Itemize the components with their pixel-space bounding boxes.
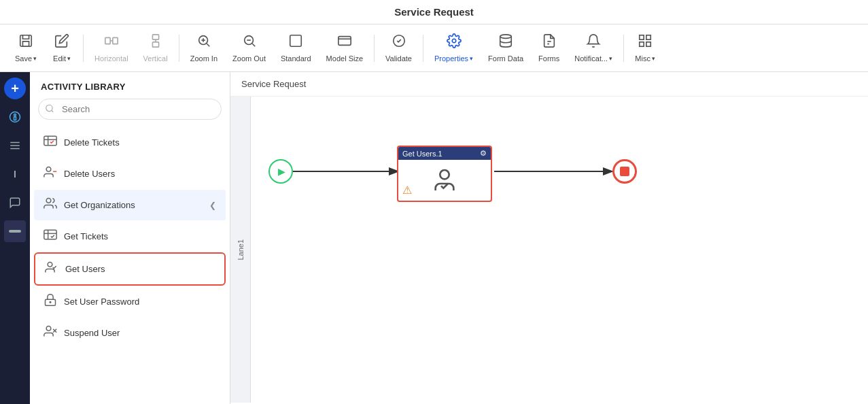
save-arrow: ▾ (33, 55, 37, 62)
main-area: + I Activity Library (0, 72, 868, 404)
svg-point-35 (46, 199, 51, 203)
library-item-get-organizations[interactable]: Get Organizations ❮ (34, 190, 226, 220)
toolbar-model-size[interactable]: Model Size (319, 31, 370, 65)
horizontal-icon (104, 33, 119, 52)
standard-icon (288, 33, 303, 52)
side-icon-strip: + I (0, 72, 30, 404)
svg-point-16 (452, 39, 456, 43)
library-header: Activity Library (30, 72, 230, 99)
bar-icon-btn[interactable] (4, 220, 26, 242)
get-users-label: Get Users (65, 264, 215, 274)
toolbar-properties[interactable]: Properties ▾ (428, 31, 480, 65)
library-item-get-tickets[interactable]: Get Tickets (34, 221, 226, 252)
delete-tickets-label: Delete Tickets (64, 137, 216, 148)
svg-line-29 (52, 110, 54, 112)
toolbar-forms[interactable]: Forms (532, 31, 566, 65)
library-item-suspend-user[interactable]: Suspend User (34, 318, 226, 348)
edit-icon (54, 33, 69, 52)
end-node[interactable] (612, 159, 637, 184)
toolbar-sep-2 (179, 35, 179, 62)
library-item-delete-tickets[interactable]: Delete Tickets (34, 127, 226, 158)
library-search-container (38, 99, 222, 120)
get-tickets-label: Get Tickets (64, 231, 216, 241)
toolbar-sep-5 (623, 35, 624, 62)
expand-arrow-icon[interactable]: ❮ (209, 201, 216, 210)
activity-node-gear[interactable]: ⚙ (480, 149, 487, 158)
toolbar-validate[interactable]: Validate (379, 31, 419, 65)
start-node[interactable]: ▶ (268, 159, 293, 184)
horizontal-label: Horizontal (94, 54, 128, 63)
toolbar-sep-3 (374, 35, 375, 62)
activity-node-title: Get Users.1 (402, 150, 442, 158)
zoom-in-icon (196, 33, 211, 52)
user-figure-icon (431, 167, 458, 194)
top-bar: Service Request (0, 0, 868, 24)
toolbar-form-data[interactable]: Form Data (481, 31, 530, 65)
svg-point-17 (500, 35, 512, 39)
notifications-icon (586, 33, 601, 52)
delete-users-label: Delete Users (64, 169, 216, 179)
toolbar-standard[interactable]: Standard (274, 31, 318, 65)
activity-node-get-users[interactable]: Get Users.1 ⚙ ⚠ (397, 146, 492, 202)
svg-rect-5 (152, 42, 158, 47)
library-item-get-users[interactable]: Get Users (34, 252, 226, 286)
activity-node-header: Get Users.1 ⚙ (398, 147, 491, 160)
vertical-icon (148, 33, 163, 52)
toolbar-save[interactable]: Save ▾ (8, 31, 44, 65)
suspend-user-label: Suspend User (64, 328, 216, 338)
svg-point-28 (46, 105, 52, 111)
toolbar-zoom-out[interactable]: Zoom Out (226, 31, 273, 65)
svg-rect-4 (152, 35, 158, 39)
chat-icon-btn[interactable] (4, 192, 26, 214)
svg-rect-1 (105, 37, 110, 44)
library-item-set-user-password[interactable]: Set User Password (34, 286, 226, 317)
toolbar-zoom-in[interactable]: Zoom In (184, 31, 224, 65)
forms-icon (542, 33, 557, 52)
steps-icon-btn[interactable]: I (4, 163, 26, 185)
zoom-out-label: Zoom Out (232, 54, 266, 63)
form-data-icon (498, 33, 513, 52)
toolbar-vertical: Vertical (137, 31, 175, 65)
svg-point-47 (440, 170, 449, 179)
svg-line-12 (252, 44, 255, 46)
canvas-content[interactable]: Lane1 ▶ Get Users. (230, 97, 868, 403)
toolbar-misc[interactable]: Misc ▾ (628, 31, 662, 65)
warning-icon: ⚠ (402, 184, 412, 197)
model-size-icon (337, 33, 352, 52)
toolbar: Save ▾ Edit ▾ Horizontal Vertical Zoom I… (0, 24, 868, 72)
suspend-user-icon (44, 324, 57, 341)
svg-point-42 (46, 326, 51, 331)
forms-label: Forms (538, 54, 559, 63)
toolbar-sep-1 (83, 35, 84, 62)
add-button[interactable]: + (4, 78, 26, 99)
svg-rect-21 (646, 35, 650, 39)
search-input[interactable] (38, 99, 222, 120)
misc-label: Misc (635, 54, 650, 63)
get-tickets-icon (44, 228, 57, 245)
properties-icon (447, 33, 462, 52)
play-icon: ▶ (278, 166, 285, 177)
validate-label: Validate (385, 54, 412, 63)
list-icon-btn[interactable] (4, 135, 26, 156)
edit-label: Edit (53, 54, 66, 63)
svg-point-33 (46, 167, 51, 172)
svg-rect-0 (20, 35, 32, 47)
delete-users-icon (44, 165, 57, 182)
svg-rect-15 (338, 37, 351, 46)
search-icon (45, 103, 54, 115)
canvas-area: Service Request Lane1 ▶ (230, 72, 868, 404)
zendesk-icon-btn[interactable] (4, 106, 26, 128)
toolbar-sep-4 (423, 35, 423, 62)
delete-tickets-icon (44, 134, 57, 151)
svg-rect-30 (44, 136, 56, 145)
svg-rect-14 (290, 35, 302, 47)
get-organizations-icon (44, 197, 57, 214)
toolbar-notifications[interactable]: Notificat... ▾ (568, 31, 619, 65)
library-item-delete-users[interactable]: Delete Users (34, 158, 226, 189)
form-data-label: Form Data (488, 54, 523, 63)
zoom-in-label: Zoom In (190, 54, 218, 63)
toolbar-edit[interactable]: Edit ▾ (45, 31, 79, 65)
zoom-out-icon (242, 33, 257, 52)
standard-label: Standard (281, 54, 311, 63)
page-title: Service Request (394, 6, 474, 18)
